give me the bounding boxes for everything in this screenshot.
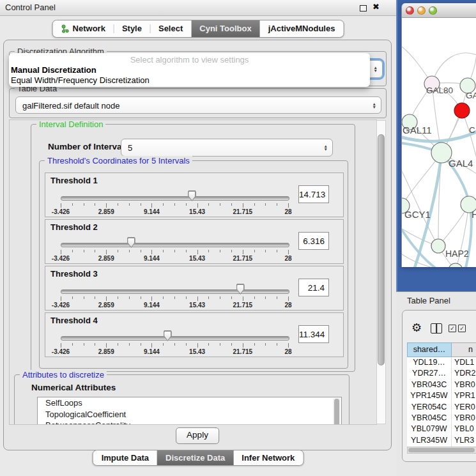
table-panel-title: Table Panel (407, 296, 450, 305)
threshold-value-field[interactable]: 14.713 (298, 185, 329, 203)
attribute-item[interactable]: SelfLoops (38, 397, 341, 409)
attribute-item[interactable]: BetweennessCentrality (38, 420, 341, 425)
network-window-titlebar[interactable] (402, 3, 476, 18)
table-panel: ⚙ ✓ ✓ shared… n YDL19…YDL1YDR27…YDR2YBR0… (402, 310, 476, 462)
tick-label: 15.43 (189, 302, 205, 309)
threshold-value-field[interactable]: 11.344 (298, 325, 329, 343)
table-row[interactable]: YPR145WYPR1 (407, 390, 476, 401)
node-table[interactable]: shared… n YDL19…YDL1YDR27…YDR2YBR043CYBR… (407, 342, 476, 447)
control-panel-titlebar: Control Panel ✖ (0, 0, 396, 16)
table-row[interactable]: YER054CYER0 (407, 402, 476, 413)
attributes-group: Attributes to discretize Numerical Attri… (14, 374, 349, 425)
major-tick (288, 203, 289, 208)
column-header-name[interactable]: n (452, 342, 476, 357)
minor-tick (95, 250, 95, 252)
gear-icon[interactable]: ⚙ (411, 322, 422, 334)
tick-label: -3.426 (52, 302, 70, 309)
tick-label: -3.426 (52, 348, 70, 355)
slider-track[interactable] (61, 336, 289, 341)
slider-track[interactable] (61, 289, 289, 294)
tab-network[interactable]: Network (53, 20, 114, 37)
cell-shared-name: YBR045C (407, 413, 452, 424)
close-traffic-icon[interactable] (406, 6, 414, 15)
tab-select[interactable]: Select (150, 20, 191, 37)
minor-tick (129, 203, 130, 206)
attribute-item[interactable]: TopologicalCoefficient (38, 409, 341, 420)
major-tick (151, 203, 152, 208)
main-scrollbar[interactable] (376, 120, 386, 424)
split-column-icon[interactable] (431, 323, 442, 334)
tick-label: 21.715 (233, 302, 253, 309)
slider-thumb[interactable] (164, 330, 172, 341)
table-row[interactable]: YBL079WYBL0 (407, 424, 476, 434)
major-tick (197, 203, 198, 208)
tab-impute-data[interactable]: Impute Data (93, 450, 157, 465)
minor-tick (220, 343, 220, 346)
major-tick (106, 203, 107, 208)
major-tick (243, 250, 243, 254)
checkbox-icon[interactable]: ✓ (458, 325, 466, 332)
spinner-arrows-icon: ▲▼ (324, 144, 328, 151)
tab-discretize-data[interactable]: Discretize Data (157, 450, 233, 465)
HAP2-node[interactable] (431, 239, 445, 253)
tick-label: 2.859 (98, 208, 114, 215)
numerical-attributes-list[interactable]: SelfLoopsTopologicalCoefficientBetweenne… (37, 397, 342, 425)
tick-label: 21.715 (233, 255, 253, 262)
network-window: GAL80GACGAL11GAL4GCY1HHAP2 (401, 3, 476, 267)
tab-label: Infer Network (242, 450, 295, 465)
threshold-value-field[interactable]: 6.316 (298, 232, 329, 250)
zoom-traffic-icon[interactable] (429, 6, 437, 15)
major-tick (106, 296, 107, 301)
slider-thumb[interactable] (127, 237, 135, 248)
major-tick (61, 296, 61, 301)
menu-item-equal-width-frequency[interactable]: Equal Width/Frequency Discretization (11, 75, 150, 85)
minor-tick (231, 203, 232, 206)
threshold-value-field[interactable]: 21.4 (298, 279, 329, 296)
table-data-combobox[interactable]: galFiltered.sif default node ▲▼ (15, 96, 381, 114)
table-header-row[interactable]: shared… n (407, 342, 476, 357)
table-row[interactable]: YBR043CYBR0 (407, 380, 476, 390)
tab-label: jActiveMNodules (268, 20, 335, 37)
number-of-intervals-spinner[interactable]: 5 ▲▼ (121, 139, 333, 157)
tab-infer-network[interactable]: Infer Network (233, 450, 303, 465)
slider-track[interactable] (61, 243, 289, 247)
tab-style[interactable]: Style (114, 20, 150, 37)
tab-cyni-toolbox[interactable]: Cyni Toolbox (191, 20, 259, 37)
main-scrollbar-thumb[interactable] (378, 134, 385, 365)
minor-tick (141, 343, 141, 346)
menu-item-manual-discretization[interactable]: Manual Discretization (11, 65, 96, 75)
major-tick (151, 296, 152, 301)
apply-button[interactable]: Apply (176, 427, 219, 444)
network-canvas[interactable]: GAL80GACGAL11GAL4GCY1HHAP2 (402, 18, 476, 267)
table-row[interactable]: YDR27…YDR2 (407, 368, 476, 379)
checkbox-icons[interactable]: ✓ ✓ (449, 325, 466, 332)
table-row[interactable]: YDL19…YDL1 (407, 357, 476, 368)
float-icon[interactable] (360, 5, 367, 12)
cell-name: YDR2 (452, 368, 476, 379)
checkbox-icon[interactable]: ✓ (449, 325, 456, 332)
red-node[interactable] (454, 103, 470, 118)
minor-tick (129, 343, 130, 346)
minimize-traffic-icon[interactable] (417, 6, 426, 15)
minor-tick (163, 296, 164, 299)
slider-track[interactable] (61, 196, 289, 201)
tab-label: Discretize Data (165, 450, 225, 465)
table-row[interactable]: YLR345WYLR3 (407, 435, 476, 446)
node-label-GA: GA (466, 91, 476, 100)
minor-tick (174, 250, 175, 252)
major-tick (106, 343, 107, 348)
tab-label: Cyni Toolbox (199, 20, 251, 37)
close-icon[interactable]: ✖ (372, 2, 380, 12)
slider-thumb[interactable] (236, 284, 245, 295)
table-row[interactable]: YBR045CYBR0 (407, 413, 476, 424)
tab-jactivemnodules[interactable]: jActiveMNodules (260, 20, 344, 37)
column-header-shared-name[interactable]: shared… (407, 342, 452, 357)
attributes-scrollbar[interactable] (333, 398, 341, 425)
minor-tick (265, 343, 266, 346)
attributes-title: Attributes to discretize (20, 370, 107, 380)
minor-tick (186, 343, 187, 346)
slider-thumb[interactable] (188, 190, 196, 201)
tab-label: Select (158, 20, 183, 37)
cell-shared-name: YDR27… (407, 368, 452, 379)
table-horizontal-scrollbar[interactable] (407, 447, 476, 454)
